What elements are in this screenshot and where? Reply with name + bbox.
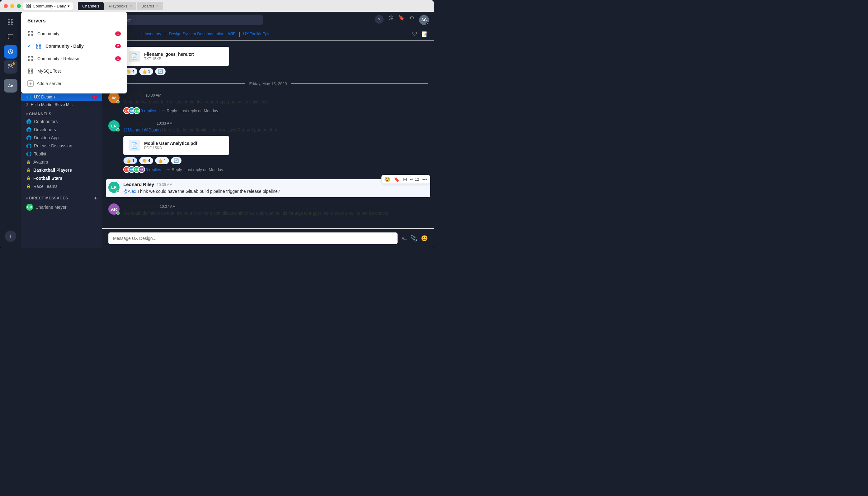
whitfield-avatar: W <box>108 92 119 104</box>
add-server-button[interactable]: + Add a server <box>21 77 127 90</box>
leonard-name-1: Leonard Riley <box>123 120 154 126</box>
search-box[interactable]: 🔍 <box>107 15 263 25</box>
workspace-switcher[interactable]: Community - Daily ▾ <box>23 2 73 10</box>
globe-icon-contributors: 🌐 <box>26 119 31 124</box>
dm-charlene[interactable]: CM Charlene Meyer <box>21 202 102 212</box>
close-button[interactable] <box>4 4 8 8</box>
maximize-button[interactable] <box>17 4 21 8</box>
svg-rect-17 <box>39 44 41 46</box>
leonard-reply-action-1[interactable]: ↩ Reply <box>167 167 182 172</box>
search-input[interactable] <box>118 18 259 22</box>
attachment-icon[interactable]: 📎 <box>410 235 417 242</box>
whitfield-thread[interactable]: LR WF SM 3 replies | ↩ Reply Last reply … <box>123 107 428 114</box>
user-avatar[interactable]: AC <box>419 15 429 25</box>
aa-label[interactable]: Aa <box>401 236 407 241</box>
tab-playbooks[interactable]: Playbooks ✕ <box>104 2 136 10</box>
earlier-message: W 📄 Filename_goes_here.txt TXT 15KB 👋 4 … <box>108 47 428 75</box>
message-alex: AR Alex Rodriguez 10:37 AM We could defi… <box>108 203 428 217</box>
bookmark-icon[interactable]: 🔖 <box>399 15 405 25</box>
mention-alex: @Alex <box>123 189 136 194</box>
emoji-input-icon[interactable]: 😊 <box>421 235 428 242</box>
lock-icon-avatars: 🔒 <box>26 160 31 164</box>
help-icon[interactable]: ? <box>375 15 384 24</box>
sidebar-channel-basketball[interactable]: 🔒 Basketball Players <box>21 166 102 174</box>
add-dm-button[interactable]: + <box>94 195 97 201</box>
sidebar-channel-developers[interactable]: 🌐 Developers <box>21 126 102 134</box>
add-workspace-button[interactable]: + <box>5 231 16 242</box>
channel-link-ui-inventory[interactable]: UI Inventory <box>136 31 164 37</box>
messages-area[interactable]: W 📄 Filename_goes_here.txt TXT 15KB 👋 4 … <box>102 41 434 228</box>
pdf-file-attachment: 📄 Mobile User Analytics.pdf PDF 15KB <box>123 136 229 155</box>
server-item-mysql[interactable]: MySQL Test <box>21 65 127 77</box>
reaction-thumbs-up-1[interactable]: 👍 1 <box>123 157 137 164</box>
tab-channels[interactable]: Channels <box>78 2 104 10</box>
user-avatar-rail[interactable]: Ac <box>4 79 17 93</box>
tab-boards[interactable]: Boards ✕ <box>137 2 163 10</box>
channels-section-header[interactable]: ▾ CHANNELS <box>21 111 102 118</box>
mention-icon[interactable]: @ <box>388 15 393 25</box>
more-action[interactable]: ••• <box>422 177 428 182</box>
reaction-cycle[interactable]: 🔄 <box>155 68 166 75</box>
globe-icon-developers: 🌐 <box>26 127 31 132</box>
whitfield-reply-action[interactable]: ↩ Reply <box>162 108 177 113</box>
sidebar-channel-contributors[interactable]: 🌐 Contributors <box>21 118 102 126</box>
dm-section-header[interactable]: ▾ DIRECT MESSAGES + <box>21 194 102 202</box>
minimize-button[interactable] <box>10 4 14 8</box>
tab-channels-label: Channels <box>82 4 99 9</box>
server-item-community-daily[interactable]: ✓ Community - Daily 2 <box>21 40 127 52</box>
grid-action[interactable]: ⊞ <box>403 176 407 182</box>
svg-rect-26 <box>28 72 30 73</box>
reaction-cycle-1[interactable]: 🔄 <box>171 157 181 164</box>
sidebar-channel-toolkit[interactable]: 🌐 Toolkit <box>21 150 102 158</box>
sidebar-channel-football[interactable]: 🔒 Football Stars <box>21 174 102 182</box>
leonard-thread-avatars-1: LR WF SM +2 <box>123 166 143 173</box>
dm-number-icon: 2 <box>26 103 28 107</box>
tab-boards-close[interactable]: ✕ <box>156 4 159 8</box>
rocket-icon[interactable] <box>4 45 17 59</box>
topbar: 🔍 ? @ 🔖 ⚙ AC <box>102 12 434 28</box>
tab-boards-label: Boards <box>141 4 154 9</box>
alex-name: Alex Rodriguez <box>123 203 157 209</box>
sidebar-channel-avatars[interactable]: 🔒 Avatars <box>21 158 102 166</box>
channel-contributors-label: Contributors <box>34 119 58 124</box>
notes-icon[interactable]: 📝 <box>421 31 428 37</box>
settings-icon[interactable]: ⚙ <box>410 15 414 25</box>
sidebar-channel-desktopapp[interactable]: 🌐 Desktop App <box>21 134 102 142</box>
svg-rect-23 <box>31 59 33 61</box>
spy-icon[interactable] <box>4 60 17 74</box>
whitfield-body: Whitfield 10:30 AM What are we doing for… <box>123 92 428 114</box>
tab-playbooks-close[interactable]: ✕ <box>129 4 132 8</box>
charlene-avatar: CM <box>26 204 33 211</box>
whitfield-thread-avatars: LR WF SM <box>123 107 138 114</box>
reaction-thumbs-1b[interactable]: 👍 1 <box>155 157 169 164</box>
dm-item[interactable]: 2 Hilda Martin, Steve M... <box>21 101 102 108</box>
channel-link-ux-toolkit[interactable]: UX Toolkit Epic... <box>240 31 277 37</box>
grid-icon[interactable] <box>4 15 17 29</box>
message-icon[interactable] <box>4 30 17 44</box>
reaction-thumbs[interactable]: 👍 1 <box>139 68 153 75</box>
bookmark-action[interactable]: 🔖 <box>393 176 400 182</box>
message-leonard-2: 😊 🔖 ⊞ ↩ 12 ••• LR Leonard Riley 10:35 AM <box>106 179 430 197</box>
message-input[interactable] <box>108 232 398 244</box>
server-item-community-release[interactable]: Community - Release 1 <box>21 52 127 65</box>
emoji-action[interactable]: 😊 <box>384 176 390 182</box>
channel-link-design-system[interactable]: Design System Documentation - WIP <box>166 31 239 37</box>
lock-icon-football: 🔒 <box>26 176 31 181</box>
dm-hilda-label: Hilda Martin, Steve M... <box>31 102 73 107</box>
add-server-label: Add a server <box>37 81 61 86</box>
sidebar-channel-raceteams[interactable]: 🔒 Race Teams <box>21 182 102 190</box>
leonard-thread-1[interactable]: LR WF SM +2 3 replies | ↩ Reply Last rep… <box>123 166 428 173</box>
message-actions: 😊 🔖 ⊞ ↩ 12 ••• <box>381 175 430 184</box>
sidebar-channel-releasediscussion[interactable]: 🌐 Release Discussion <box>21 142 102 150</box>
reaction-clap-1[interactable]: 👏 4 <box>139 157 153 164</box>
server-item-community[interactable]: Community 1 <box>21 27 127 40</box>
sidebar-channel-uxdesign[interactable]: 🌐 UX Design 1 <box>21 93 102 101</box>
date-label: Friday, May 15, 2020 <box>249 81 287 86</box>
leonard-time-2: 10:35 AM <box>157 183 173 187</box>
input-bar: Aa 📎 😊 <box>102 228 434 248</box>
file-info: Filename_goes_here.txt TXT 15KB <box>144 52 194 61</box>
reply-action[interactable]: ↩ 12 <box>410 177 419 182</box>
channel-release-label: Release Discussion <box>34 143 72 148</box>
mention-susan: @Susan <box>144 127 161 133</box>
shield-icon[interactable]: 🛡 <box>412 31 417 37</box>
